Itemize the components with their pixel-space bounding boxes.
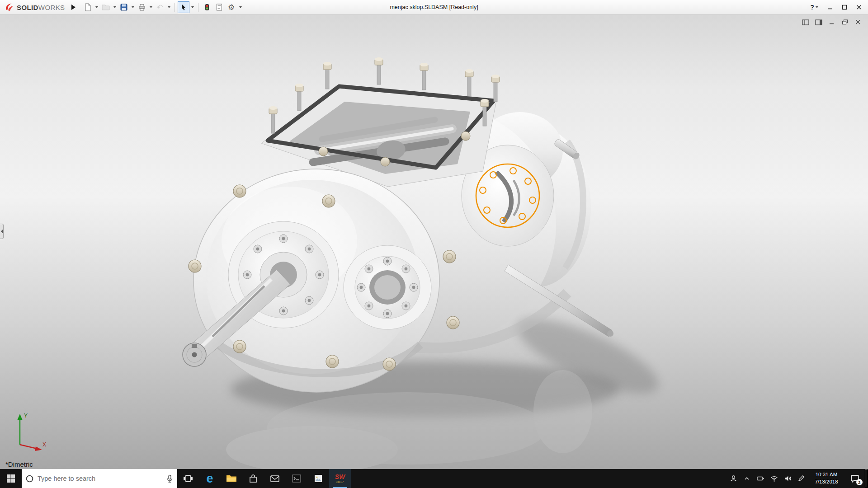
pen-button[interactable]	[794, 469, 808, 488]
store-button[interactable]	[242, 469, 264, 488]
document-close-button[interactable]	[854, 19, 863, 26]
file-explorer-icon	[226, 473, 237, 484]
solidworks-2017-button[interactable]: SW 2017	[329, 469, 351, 488]
people-button[interactable]	[726, 469, 740, 488]
file-properties-button[interactable]	[213, 1, 225, 13]
minimize-icon	[827, 4, 833, 10]
photos-button[interactable]	[307, 469, 329, 488]
brand-name-works: WORKS	[38, 4, 65, 11]
brand-name: SOLIDWORKS	[17, 4, 65, 11]
task-view-icon	[183, 473, 193, 484]
document-minimize-button[interactable]	[827, 19, 836, 26]
toolbar-separator	[198, 3, 198, 12]
gearbox-assembly-model[interactable]	[0, 15, 868, 469]
close-button[interactable]	[853, 2, 865, 13]
action-center-button[interactable]: 2	[845, 469, 865, 488]
photos-icon	[313, 473, 324, 484]
chevron-up-icon	[744, 475, 750, 482]
save-icon	[120, 3, 128, 11]
menu-expand-arrow[interactable]	[71, 5, 75, 10]
file-explorer-button[interactable]	[221, 469, 242, 488]
chevron-down-icon	[191, 6, 194, 8]
secondary-flange[interactable]	[344, 245, 431, 329]
options-gear-icon	[228, 4, 235, 11]
show-desktop-button[interactable]	[865, 469, 868, 488]
graphics-area[interactable]: Y X *Dimetric	[0, 15, 868, 469]
save-dropdown[interactable]	[130, 1, 136, 13]
window-controls: ?	[807, 2, 865, 13]
rebuild-button[interactable]	[201, 1, 213, 13]
mail-button[interactable]	[264, 469, 286, 488]
print-icon	[138, 3, 146, 11]
view-orientation-label: *Dimetric	[5, 460, 33, 468]
triad-y-label: Y	[24, 413, 28, 419]
restore-icon	[842, 19, 848, 25]
select-arrow-icon	[179, 3, 188, 11]
hidden-icons-button[interactable]	[740, 469, 754, 488]
chevron-down-icon	[113, 6, 116, 8]
taskbar-search[interactable]	[22, 469, 177, 488]
chevron-down-icon	[816, 6, 818, 8]
pane-preview-button[interactable]	[814, 19, 823, 26]
windows-taskbar: SW 2017	[0, 469, 868, 488]
undo-dropdown[interactable]	[166, 1, 172, 13]
people-icon	[730, 475, 737, 482]
microphone-icon[interactable]	[166, 474, 174, 483]
solidworks-brand: SOLIDWORKS	[3, 3, 67, 12]
rebuild-icon	[203, 3, 211, 11]
cortana-icon	[25, 474, 34, 483]
options-dropdown[interactable]	[238, 1, 243, 13]
maximize-button[interactable]	[838, 2, 851, 13]
pen-icon	[797, 475, 805, 482]
minimize-button[interactable]	[824, 2, 836, 13]
help-button[interactable]: ?	[807, 2, 822, 13]
undo-button[interactable]	[154, 1, 166, 13]
task-view-button[interactable]	[177, 469, 199, 488]
triad-x-axis	[20, 445, 37, 449]
new-document-dropdown[interactable]	[94, 1, 99, 13]
system-tray: 10:31 AM 7/13/2018 2	[726, 469, 868, 488]
chevron-down-icon	[168, 6, 170, 8]
close-icon	[855, 19, 861, 25]
document-title: menjac sklop.SLDASM [Read-only]	[390, 4, 478, 10]
wifi-icon	[770, 475, 778, 482]
print-dropdown[interactable]	[148, 1, 154, 13]
edge-button[interactable]	[199, 469, 221, 488]
panel-collapse-handle[interactable]	[0, 224, 4, 239]
titlebar: SOLIDWORKS	[0, 0, 868, 15]
pane-dock-button[interactable]	[801, 19, 810, 26]
new-document-icon	[84, 3, 92, 11]
minimize-icon	[829, 19, 835, 25]
close-icon	[856, 4, 862, 10]
open-button[interactable]	[100, 1, 112, 13]
network-button[interactable]	[767, 469, 781, 488]
solidworks-app-year: 2017	[336, 480, 344, 484]
solidworks-app-label: SW	[335, 474, 345, 480]
select-tool-button[interactable]	[178, 1, 189, 13]
taskbar-clock[interactable]: 10:31 AM 7/13/2018	[808, 469, 845, 488]
print-button[interactable]	[136, 1, 148, 13]
command-prompt-button[interactable]	[286, 469, 307, 488]
search-input[interactable]	[38, 475, 162, 482]
select-tool-dropdown[interactable]	[190, 1, 195, 13]
open-dropdown[interactable]	[112, 1, 118, 13]
options-button[interactable]	[226, 1, 237, 13]
dassault-systemes-logo-icon	[5, 3, 14, 12]
volume-button[interactable]	[781, 469, 794, 488]
save-button[interactable]	[118, 1, 130, 13]
toolbar-separator	[175, 3, 175, 12]
pane-preview-icon	[815, 19, 822, 25]
start-button[interactable]	[0, 469, 22, 488]
command-prompt-icon	[291, 473, 302, 484]
document-restore-button[interactable]	[840, 19, 849, 26]
undo-icon	[156, 4, 163, 11]
triad-x-label: X	[42, 441, 46, 448]
new-document-button[interactable]	[82, 1, 94, 13]
battery-button[interactable]	[754, 469, 767, 488]
orientation-triad: Y X	[6, 408, 49, 455]
windows-logo-icon	[6, 474, 15, 483]
solidworks-window: SOLIDWORKS	[0, 0, 868, 488]
help-label: ?	[810, 4, 814, 11]
store-icon	[248, 473, 259, 484]
speaker-icon	[784, 475, 792, 482]
